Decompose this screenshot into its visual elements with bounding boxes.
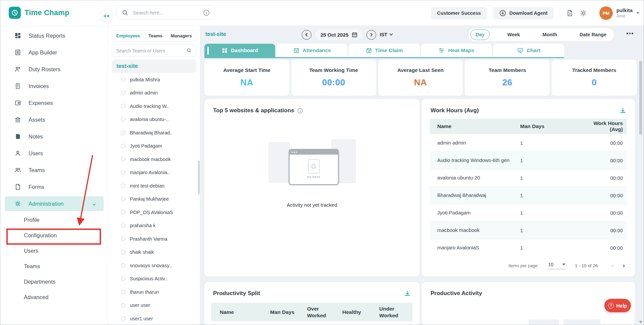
download-agent-button[interactable]: Download Agent	[493, 7, 554, 19]
member-list-item[interactable]: avalonia ubuntu-..	[112, 113, 196, 126]
radio-icon[interactable]	[121, 170, 126, 175]
tab-attendance[interactable]: Attendance	[277, 44, 347, 57]
table-row[interactable]: admin admin100:00	[430, 134, 627, 152]
info-icon[interactable]	[297, 108, 303, 114]
global-search-input[interactable]: Search here...	[116, 5, 215, 20]
page-size-select[interactable]: 10	[547, 262, 566, 269]
table-row[interactable]: avalonia ubuntu-20100:00	[430, 169, 627, 187]
member-list-item[interactable]: Pankaj Mukharjee	[112, 193, 196, 206]
sidebar-item-duty-rosters[interactable]: Duty Rosters	[0, 61, 107, 78]
member-list-item[interactable]: macbook macbook	[112, 153, 196, 166]
radio-icon[interactable]	[121, 144, 126, 148]
sidebar-item-users[interactable]: Users	[0, 145, 107, 162]
radio-icon[interactable]	[121, 77, 126, 82]
team-panel-tab-teams[interactable]: Teams	[148, 33, 162, 38]
member-list-scrollbar[interactable]	[198, 161, 200, 194]
timezone-selector[interactable]: IST	[380, 32, 393, 37]
download-icon[interactable]	[404, 290, 411, 297]
column-header: Healthy	[342, 309, 379, 315]
sidebar-item-expenses[interactable]: Expenses	[0, 94, 107, 111]
sidebar-item-assets[interactable]: Assets	[0, 111, 107, 128]
table-row[interactable]: macbook macbook100:00	[430, 221, 627, 239]
tab-dashboard[interactable]: Dashboard	[204, 44, 275, 57]
page-scrollbar[interactable]	[639, 61, 642, 135]
team-group-header[interactable]: test-site	[112, 59, 196, 73]
member-list-item[interactable]: admin admin	[112, 86, 196, 100]
team-panel-tab-managers[interactable]: Managers	[171, 33, 192, 38]
document-icon[interactable]	[566, 9, 574, 17]
team-panel-tab-employees[interactable]: Employees	[116, 33, 140, 38]
member-list-item[interactable]: Bharadwaj Bharad..	[112, 126, 196, 139]
radio-icon[interactable]	[121, 130, 126, 135]
table-row[interactable]: Bharadwaj Bharadwaj100:00	[430, 187, 627, 204]
member-list-item[interactable]: POP_OS AValoniaS	[112, 206, 196, 219]
sidebar-item-status-reports[interactable]: Status Reports	[0, 27, 107, 44]
next-page-button[interactable]: ›	[621, 262, 627, 269]
radio-icon[interactable]	[121, 290, 126, 294]
sidebar-subitem-advanced[interactable]: Advanced	[0, 289, 107, 305]
settings-gear-icon[interactable]	[580, 9, 587, 17]
member-list-item[interactable]: Jyoti Padagam	[112, 139, 196, 153]
radio-icon[interactable]	[121, 263, 126, 268]
scroll-down-arrow-icon[interactable]	[639, 321, 642, 323]
radio-icon[interactable]	[121, 197, 126, 201]
radio-icon[interactable]	[121, 316, 126, 321]
sidebar-subitem-teams[interactable]: Teams	[0, 258, 107, 274]
member-list-item[interactable]: Prashanth Varma	[112, 232, 196, 246]
date-picker[interactable]: 25 Oct 2025	[315, 29, 363, 41]
sidebar-subitem-configuration[interactable]: Configuration	[0, 228, 107, 243]
member-list-item[interactable]: pulkita Mishra	[112, 73, 196, 86]
sidebar-item-administration[interactable]: Administration	[5, 196, 104, 211]
radio-icon[interactable]	[121, 117, 126, 122]
table-row[interactable]: Jyoti Padagam100:00	[430, 204, 627, 221]
sidebar-item-notes[interactable]: Notes	[0, 128, 107, 145]
radio-icon[interactable]	[121, 210, 126, 214]
tab-chart[interactable]: Chart	[493, 44, 564, 57]
radio-icon[interactable]	[121, 277, 126, 281]
download-icon[interactable]	[620, 107, 626, 114]
sidebar-subitem-users[interactable]: Users	[0, 243, 107, 258]
sidebar-subitem-profile[interactable]: Profile	[0, 212, 107, 228]
view-option-month[interactable]: Month	[538, 32, 562, 37]
member-list-item[interactable]: user1 user	[112, 312, 196, 325]
sidebar-item-invoices[interactable]: Invoices	[0, 78, 107, 94]
more-options-icon[interactable]	[627, 33, 633, 34]
radio-icon[interactable]	[121, 250, 126, 254]
member-list-item[interactable]: praharsha k	[112, 219, 196, 233]
view-option-day[interactable]: Day	[470, 29, 490, 40]
brand-logo[interactable]: Time Champ	[9, 7, 69, 19]
table-row[interactable]: manjaro AvaloniaS100:00	[430, 239, 627, 252]
tab-time-claim[interactable]: Time Claim	[349, 44, 419, 57]
next-day-button[interactable]	[366, 30, 376, 40]
sidebar-item-app-builder[interactable]: App Builder	[0, 44, 107, 61]
user-menu[interactable]: PM pulkita Amit	[599, 6, 640, 20]
radio-icon[interactable]	[121, 184, 126, 188]
member-list-item[interactable]: Audio tracking W..	[112, 99, 196, 113]
radio-icon[interactable]	[121, 104, 126, 108]
customer-success-button[interactable]: Customer Success	[431, 7, 487, 19]
radio-icon[interactable]	[121, 91, 126, 95]
radio-icon[interactable]	[121, 157, 126, 161]
radio-icon[interactable]	[121, 237, 126, 241]
previous-day-button[interactable]	[302, 30, 311, 40]
member-list-item[interactable]: shaik shaik	[112, 246, 196, 259]
member-list-item[interactable]: snovasys snovasy..	[112, 259, 196, 272]
member-list-item[interactable]: tharun tharun	[112, 285, 196, 299]
member-list-item[interactable]: user user	[112, 299, 196, 312]
sidebar-item-forms[interactable]: Forms	[0, 178, 107, 195]
sidebar-subitem-departments[interactable]: Departments	[0, 274, 107, 289]
radio-icon[interactable]	[121, 224, 126, 228]
radio-icon[interactable]	[121, 303, 126, 308]
view-option-week[interactable]: Week	[503, 32, 525, 37]
sidebar-item-teams[interactable]: Teams	[0, 162, 107, 178]
previous-page-button[interactable]: ‹	[609, 262, 615, 269]
member-list-item[interactable]: manjaro Avalonia..	[112, 166, 196, 179]
member-list-item[interactable]: Suspicious Activ..	[112, 272, 196, 286]
help-button[interactable]: ? Help	[604, 299, 631, 312]
tab-heat-maps[interactable]: Heat Maps	[421, 44, 492, 57]
table-row[interactable]: Audio tracking Windows-6th gen100:00	[430, 152, 627, 169]
member-list-item[interactable]: mint test-debian	[112, 179, 196, 193]
team-search-input[interactable]: Search Teams or Users	[112, 44, 196, 57]
sidebar-collapse-button[interactable]: ««	[101, 10, 112, 21]
view-option-date-range[interactable]: Date Range	[575, 32, 611, 37]
